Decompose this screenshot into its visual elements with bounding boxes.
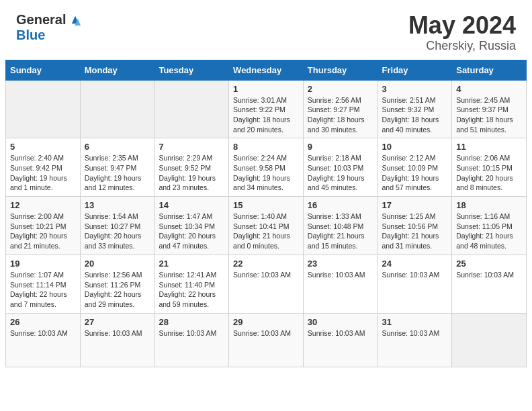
calendar-cell: 30Sunrise: 10:03 AM [303, 313, 378, 367]
day-number: 2 [308, 84, 373, 94]
calendar-cell: 14Sunrise: 1:47 AM Sunset: 10:34 PM Dayl… [154, 197, 229, 255]
calendar-cell: 4Sunrise: 2:45 AM Sunset: 9:37 PM Daylig… [452, 80, 527, 138]
day-number: 12 [10, 200, 76, 210]
calendar-cell: 25Sunrise: 10:03 AM [452, 255, 527, 313]
cell-text: Sunrise: 2:56 AM Sunset: 9:27 PM Dayligh… [308, 95, 373, 135]
cell-text: Sunrise: 10:03 AM [382, 328, 448, 338]
calendar-cell: 8Sunrise: 2:24 AM Sunset: 9:58 PM Daylig… [229, 138, 304, 197]
calendar-row-3: 19Sunrise: 1:07 AM Sunset: 11:14 PM Dayl… [6, 255, 527, 313]
col-header-monday: Monday [80, 60, 154, 80]
calendar-cell: 29Sunrise: 10:03 AM [229, 313, 304, 367]
calendar-header-row: SundayMondayTuesdayWednesdayThursdayFrid… [6, 60, 527, 80]
cell-text: Sunrise: 2:29 AM Sunset: 9:52 PM Dayligh… [159, 153, 224, 193]
day-number: 27 [85, 317, 150, 327]
day-number: 5 [10, 142, 76, 152]
cell-text: Sunrise: 10:03 AM [308, 270, 373, 280]
cell-text: Sunrise: 1:07 AM Sunset: 11:14 PM Daylig… [10, 270, 76, 310]
day-number: 19 [10, 259, 76, 269]
calendar-cell: 10Sunrise: 2:12 AM Sunset: 10:09 PM Dayl… [378, 138, 452, 197]
calendar-cell: 27Sunrise: 10:03 AM [80, 313, 154, 367]
day-number: 22 [233, 259, 299, 269]
day-number: 29 [233, 317, 299, 327]
calendar-cell: 17Sunrise: 1:25 AM Sunset: 10:56 PM Dayl… [378, 197, 452, 255]
calendar-cell: 2Sunrise: 2:56 AM Sunset: 9:27 PM Daylig… [303, 80, 378, 138]
calendar-cell: 23Sunrise: 10:03 AM [303, 255, 378, 313]
cell-text: Sunrise: 12:41 AM Sunset: 11:40 PM Dayli… [159, 270, 224, 310]
cell-text: Sunrise: 10:03 AM [456, 270, 522, 280]
col-header-tuesday: Tuesday [154, 60, 229, 80]
cell-text: Sunrise: 10:03 AM [159, 328, 224, 338]
calendar-cell: 16Sunrise: 1:33 AM Sunset: 10:48 PM Dayl… [303, 197, 378, 255]
logo: GeneralBlue [16, 12, 83, 43]
calendar-row-1: 5Sunrise: 2:40 AM Sunset: 9:42 PM Daylig… [6, 138, 527, 197]
cell-text: Sunrise: 10:03 AM [233, 328, 299, 338]
cell-text: Sunrise: 10:03 AM [382, 270, 448, 280]
day-number: 13 [85, 200, 150, 210]
cell-text: Sunrise: 2:06 AM Sunset: 10:15 PM Daylig… [456, 153, 522, 193]
cell-text: Sunrise: 10:03 AM [308, 328, 373, 338]
day-number: 31 [382, 317, 448, 327]
cell-text: Sunrise: 2:40 AM Sunset: 9:42 PM Dayligh… [10, 153, 76, 193]
day-number: 24 [382, 259, 448, 269]
day-number: 10 [382, 142, 448, 152]
cell-text: Sunrise: 1:16 AM Sunset: 11:05 PM Daylig… [456, 212, 522, 251]
logo-blue: Blue [16, 28, 45, 43]
calendar-title: May 2024 [408, 12, 516, 39]
day-number: 8 [233, 142, 299, 152]
logo-icon [68, 13, 83, 28]
day-number: 9 [308, 142, 373, 152]
cell-text: Sunrise: 10:03 AM [85, 328, 150, 338]
day-number: 30 [308, 317, 373, 327]
cell-text: Sunrise: 10:03 AM [10, 328, 76, 338]
cell-text: Sunrise: 3:01 AM Sunset: 9:22 PM Dayligh… [233, 95, 299, 135]
calendar-cell: 31Sunrise: 10:03 AM [378, 313, 452, 367]
day-number: 20 [85, 259, 150, 269]
day-number: 23 [308, 259, 373, 269]
col-header-wednesday: Wednesday [229, 60, 304, 80]
day-number: 7 [159, 142, 224, 152]
day-number: 25 [456, 259, 522, 269]
calendar-cell: 9Sunrise: 2:18 AM Sunset: 10:03 PM Dayli… [303, 138, 378, 197]
calendar-cell: 11Sunrise: 2:06 AM Sunset: 10:15 PM Dayl… [452, 138, 527, 197]
day-number: 15 [233, 200, 299, 210]
calendar-cell [452, 313, 527, 367]
day-number: 3 [382, 84, 448, 94]
day-number: 28 [159, 317, 224, 327]
calendar-subtitle: Cherskiy, Russia [408, 39, 516, 53]
calendar-cell [80, 80, 154, 138]
cell-text: Sunrise: 1:54 AM Sunset: 10:27 PM Daylig… [85, 212, 150, 251]
cell-text: Sunrise: 2:12 AM Sunset: 10:09 PM Daylig… [382, 153, 448, 193]
calendar-row-0: 1Sunrise: 3:01 AM Sunset: 9:22 PM Daylig… [6, 80, 527, 138]
calendar-cell: 21Sunrise: 12:41 AM Sunset: 11:40 PM Day… [154, 255, 229, 313]
day-number: 14 [159, 200, 224, 210]
day-number: 26 [10, 317, 76, 327]
day-number: 11 [456, 142, 522, 152]
cell-text: Sunrise: 1:40 AM Sunset: 10:41 PM Daylig… [233, 212, 299, 251]
calendar-cell: 7Sunrise: 2:29 AM Sunset: 9:52 PM Daylig… [154, 138, 229, 197]
day-number: 6 [85, 142, 150, 152]
col-header-sunday: Sunday [6, 60, 81, 80]
cell-text: Sunrise: 2:24 AM Sunset: 9:58 PM Dayligh… [233, 153, 299, 193]
cell-text: Sunrise: 1:33 AM Sunset: 10:48 PM Daylig… [308, 212, 373, 251]
calendar-cell: 5Sunrise: 2:40 AM Sunset: 9:42 PM Daylig… [6, 138, 81, 197]
cell-text: Sunrise: 10:03 AM [233, 270, 299, 280]
cell-text: Sunrise: 1:25 AM Sunset: 10:56 PM Daylig… [382, 212, 448, 251]
calendar-cell: 20Sunrise: 12:56 AM Sunset: 11:26 PM Day… [80, 255, 154, 313]
page-header: GeneralBlue May 2024 Cherskiy, Russia [0, 0, 532, 60]
calendar-cell: 3Sunrise: 2:51 AM Sunset: 9:32 PM Daylig… [378, 80, 452, 138]
calendar-cell: 26Sunrise: 10:03 AM [6, 313, 81, 367]
day-number: 1 [233, 84, 299, 94]
day-number: 21 [159, 259, 224, 269]
cell-text: Sunrise: 2:45 AM Sunset: 9:37 PM Dayligh… [456, 95, 522, 135]
logo-general: General [16, 12, 66, 28]
cell-text: Sunrise: 2:00 AM Sunset: 10:21 PM Daylig… [10, 212, 76, 251]
col-header-thursday: Thursday [303, 60, 378, 80]
day-number: 4 [456, 84, 522, 94]
calendar-row-2: 12Sunrise: 2:00 AM Sunset: 10:21 PM Dayl… [6, 197, 527, 255]
calendar-table: SundayMondayTuesdayWednesdayThursdayFrid… [5, 60, 527, 367]
cell-text: Sunrise: 2:18 AM Sunset: 10:03 PM Daylig… [308, 153, 373, 193]
calendar-cell: 22Sunrise: 10:03 AM [229, 255, 304, 313]
calendar-cell: 6Sunrise: 2:35 AM Sunset: 9:47 PM Daylig… [80, 138, 154, 197]
calendar-cell: 13Sunrise: 1:54 AM Sunset: 10:27 PM Dayl… [80, 197, 154, 255]
day-number: 17 [382, 200, 448, 210]
